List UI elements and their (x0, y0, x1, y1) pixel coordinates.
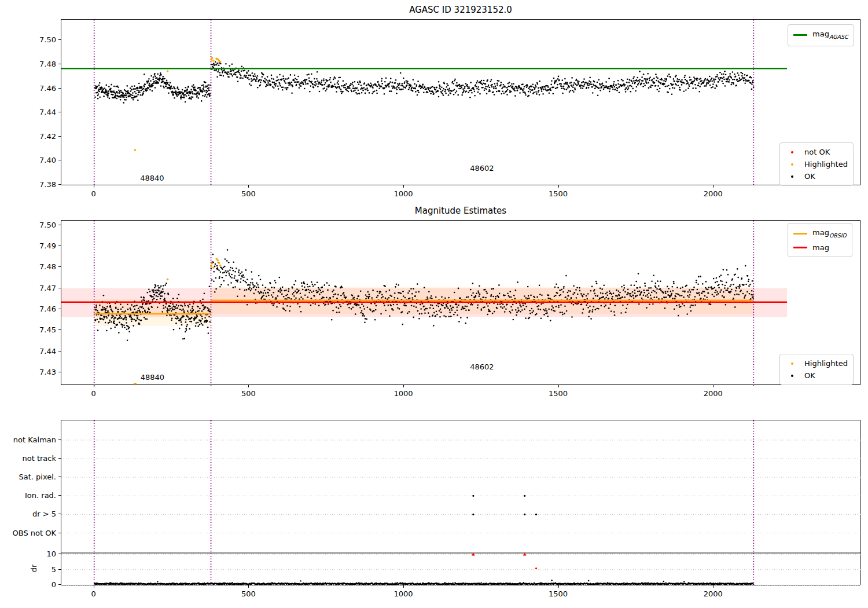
scatter-point (450, 316, 452, 317)
scatter-point (304, 287, 306, 288)
scatter-point (551, 309, 553, 311)
scatter-point (165, 86, 167, 87)
scatter-point (176, 298, 178, 299)
scatter-point (433, 312, 435, 314)
scatter-point (449, 309, 451, 311)
scatter-point (712, 294, 713, 295)
scatter-point (390, 305, 392, 307)
scatter-point (257, 75, 259, 77)
scatter-point (152, 90, 153, 92)
scatter-point (252, 72, 253, 74)
scatter-point (103, 295, 105, 296)
scatter-point (424, 287, 425, 289)
scatter-point (144, 74, 145, 75)
scatter-point (644, 283, 646, 284)
scatter-point (229, 274, 230, 276)
scatter-point (735, 85, 737, 86)
scatter-point (528, 295, 529, 297)
scatter-point (338, 83, 340, 85)
scatter-point (447, 85, 449, 86)
scatter-point (174, 306, 176, 307)
scatter-point (538, 305, 540, 307)
scatter-point (171, 88, 173, 90)
scatter-point (690, 79, 692, 80)
scatter-point (719, 72, 721, 74)
scatter-point (178, 305, 179, 307)
scatter-point (126, 317, 127, 319)
scatter-point (145, 312, 146, 313)
scatter-point (675, 84, 677, 86)
scatter-point (288, 85, 290, 86)
scatter-point (674, 80, 675, 82)
scatter-point (211, 279, 213, 281)
scatter-point (596, 283, 598, 284)
scatter-point (557, 78, 559, 80)
scatter-point (108, 315, 109, 317)
scatter-point (700, 276, 701, 277)
scatter-point (491, 79, 492, 81)
scatter-point (472, 304, 473, 306)
scatter-point (418, 318, 420, 320)
scatter-point (543, 314, 545, 316)
scatter-point (122, 326, 123, 328)
scatter-point (240, 281, 241, 283)
scatter-point (303, 281, 305, 283)
scatter-point (137, 87, 139, 89)
scatter-point (477, 291, 479, 292)
scatter-point (509, 82, 510, 83)
scatter-point (635, 281, 637, 283)
scatter-point (700, 298, 702, 299)
scatter-point (223, 266, 225, 268)
scatter-point (602, 83, 604, 85)
scatter-point (470, 289, 472, 291)
scatter-point (575, 83, 576, 85)
scatter-point (587, 307, 589, 309)
scatter-point (321, 82, 322, 83)
scatter-point (404, 303, 406, 305)
scatter-point (112, 94, 114, 96)
scatter-point (190, 89, 192, 91)
scatter-point (350, 85, 351, 86)
scatter-point (578, 80, 580, 82)
scatter-point (652, 303, 654, 305)
scatter-point (524, 308, 525, 310)
scatter-point (407, 80, 409, 82)
scatter-point (344, 296, 345, 298)
scatter-point (202, 324, 204, 326)
scatter-point (470, 90, 472, 91)
scatter-point (688, 296, 690, 298)
scatter-point (444, 307, 446, 309)
scatter-point (446, 306, 448, 307)
scatter-point (726, 290, 727, 291)
scatter-point (672, 298, 674, 299)
scatter-point (707, 289, 709, 291)
scatter-point (424, 87, 426, 89)
scatter-point (266, 79, 267, 81)
scatter-point (638, 83, 639, 85)
scatter-point (678, 85, 679, 87)
y-tick-mark (58, 136, 61, 137)
scatter-point (126, 319, 127, 321)
scatter-point (487, 292, 488, 294)
y-tick-mark (58, 266, 61, 267)
scatter-point (539, 80, 540, 82)
scatter-point (737, 79, 738, 80)
scatter-point (345, 296, 347, 298)
scatter-point (144, 297, 145, 299)
scatter-point (374, 90, 376, 92)
scatter-point (631, 296, 632, 298)
scatter-point (297, 76, 299, 78)
scatter-point (604, 284, 605, 286)
scatter-point (642, 80, 644, 82)
scatter-point (489, 311, 491, 313)
scatter-point (727, 290, 729, 291)
scatter-point (506, 303, 508, 305)
scatter-point (95, 306, 97, 308)
scatter-point (679, 89, 681, 91)
dr-point (391, 584, 392, 585)
scatter-point (564, 313, 565, 314)
scatter-point (563, 287, 565, 289)
scatter-point (648, 290, 649, 291)
scatter-point (517, 90, 518, 91)
scatter-point (615, 84, 617, 86)
